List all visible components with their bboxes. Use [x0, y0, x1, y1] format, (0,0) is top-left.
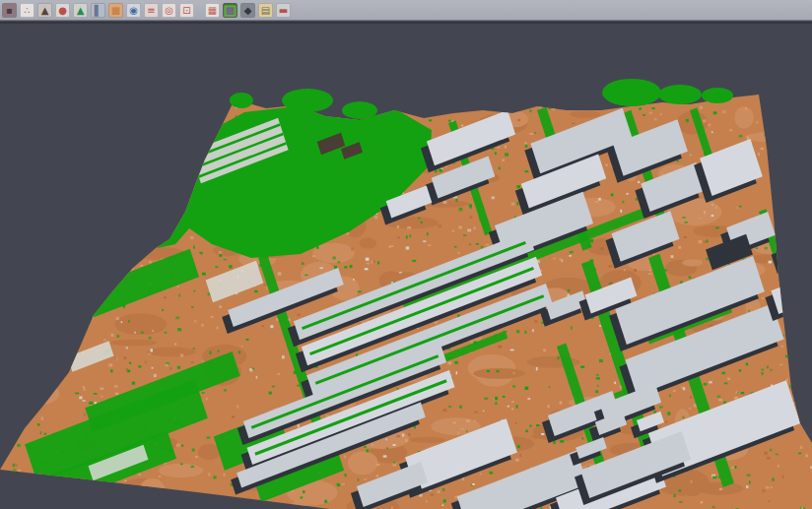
- point-cloud-icon[interactable]: ∴: [20, 3, 34, 18]
- 3d-viewport[interactable]: [0, 24, 812, 509]
- building-wall: [772, 242, 810, 274]
- table-icon[interactable]: ▤: [258, 3, 273, 18]
- layer-list-icon[interactable]: ≡: [144, 3, 159, 18]
- extent-icon[interactable]: ⊡: [179, 3, 194, 18]
- tree-canopy: [602, 79, 661, 106]
- mesh-icon[interactable]: ◆: [240, 3, 255, 18]
- profile-point-icon[interactable]: ●: [55, 3, 70, 18]
- ruler-icon[interactable]: ▌: [91, 3, 105, 18]
- flag-icon[interactable]: ▬: [276, 3, 291, 18]
- tree-canopy: [230, 93, 253, 108]
- ortho-image-icon[interactable]: ■: [108, 3, 123, 18]
- bare-ground-patch: [34, 309, 90, 346]
- tree-canopy: [342, 101, 377, 119]
- classification-icon[interactable]: ▩: [223, 3, 237, 18]
- window-icon[interactable]: ▪: [2, 3, 17, 18]
- main-toolbar: ▪∴▲●▲▌■◉≡◎⊡▦▩◆▤▬: [0, 0, 812, 21]
- scene-svg: [0, 24, 812, 509]
- tree-canopy: [658, 85, 702, 104]
- hillshade-icon[interactable]: ▲: [37, 3, 52, 18]
- tree-canopy: [282, 89, 333, 112]
- building-roof: [778, 235, 812, 267]
- tree-canopy: [702, 88, 733, 103]
- globe-icon[interactable]: ◉: [126, 3, 141, 18]
- terrain-icon[interactable]: ▲: [73, 3, 88, 18]
- grid-icon[interactable]: ▦: [205, 3, 220, 18]
- target-icon[interactable]: ◎: [162, 3, 176, 18]
